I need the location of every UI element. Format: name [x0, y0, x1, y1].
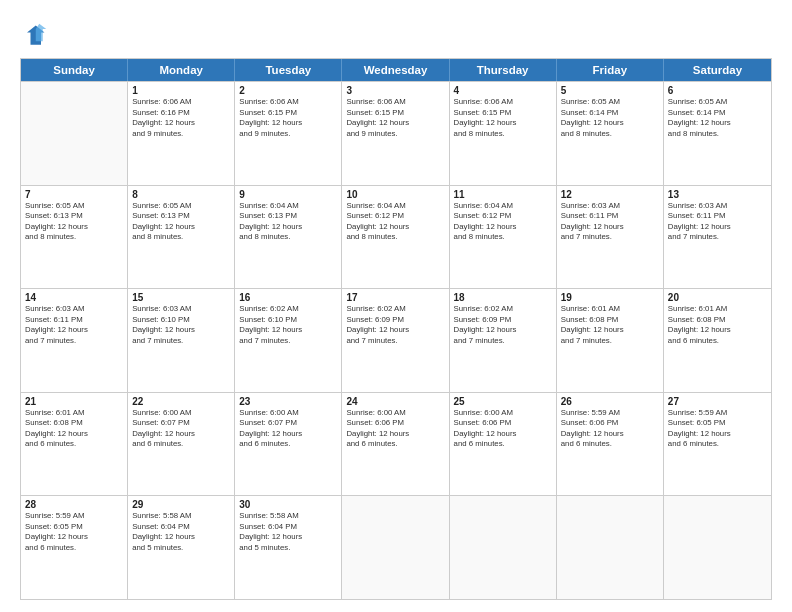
day-info: Sunrise: 6:03 AM Sunset: 6:10 PM Dayligh…: [132, 304, 230, 346]
calendar-header: SundayMondayTuesdayWednesdayThursdayFrid…: [21, 59, 771, 81]
cal-cell: 18Sunrise: 6:02 AM Sunset: 6:09 PM Dayli…: [450, 289, 557, 392]
day-number: 3: [346, 85, 444, 96]
cal-cell: 5Sunrise: 6:05 AM Sunset: 6:14 PM Daylig…: [557, 82, 664, 185]
cal-row: 7Sunrise: 6:05 AM Sunset: 6:13 PM Daylig…: [21, 185, 771, 289]
day-info: Sunrise: 6:05 AM Sunset: 6:14 PM Dayligh…: [668, 97, 767, 139]
cal-cell: [21, 82, 128, 185]
page: SundayMondayTuesdayWednesdayThursdayFrid…: [0, 0, 792, 612]
day-info: Sunrise: 6:01 AM Sunset: 6:08 PM Dayligh…: [25, 408, 123, 450]
day-number: 8: [132, 189, 230, 200]
cal-cell: 28Sunrise: 5:59 AM Sunset: 6:05 PM Dayli…: [21, 496, 128, 599]
day-number: 12: [561, 189, 659, 200]
cal-cell: 21Sunrise: 6:01 AM Sunset: 6:08 PM Dayli…: [21, 393, 128, 496]
day-info: Sunrise: 5:59 AM Sunset: 6:05 PM Dayligh…: [25, 511, 123, 553]
cal-cell: [557, 496, 664, 599]
cal-cell: 9Sunrise: 6:04 AM Sunset: 6:13 PM Daylig…: [235, 186, 342, 289]
cal-cell: 10Sunrise: 6:04 AM Sunset: 6:12 PM Dayli…: [342, 186, 449, 289]
cal-cell: 7Sunrise: 6:05 AM Sunset: 6:13 PM Daylig…: [21, 186, 128, 289]
cal-row: 14Sunrise: 6:03 AM Sunset: 6:11 PM Dayli…: [21, 288, 771, 392]
day-info: Sunrise: 6:06 AM Sunset: 6:16 PM Dayligh…: [132, 97, 230, 139]
day-number: 14: [25, 292, 123, 303]
cal-cell: 12Sunrise: 6:03 AM Sunset: 6:11 PM Dayli…: [557, 186, 664, 289]
day-info: Sunrise: 6:05 AM Sunset: 6:14 PM Dayligh…: [561, 97, 659, 139]
day-info: Sunrise: 6:02 AM Sunset: 6:09 PM Dayligh…: [454, 304, 552, 346]
day-info: Sunrise: 6:02 AM Sunset: 6:09 PM Dayligh…: [346, 304, 444, 346]
cal-cell: [342, 496, 449, 599]
day-number: 1: [132, 85, 230, 96]
cal-cell: 1Sunrise: 6:06 AM Sunset: 6:16 PM Daylig…: [128, 82, 235, 185]
day-number: 22: [132, 396, 230, 407]
day-info: Sunrise: 5:58 AM Sunset: 6:04 PM Dayligh…: [132, 511, 230, 553]
day-number: 28: [25, 499, 123, 510]
cal-cell: 20Sunrise: 6:01 AM Sunset: 6:08 PM Dayli…: [664, 289, 771, 392]
day-info: Sunrise: 6:06 AM Sunset: 6:15 PM Dayligh…: [346, 97, 444, 139]
cal-cell: 22Sunrise: 6:00 AM Sunset: 6:07 PM Dayli…: [128, 393, 235, 496]
logo: [20, 22, 52, 50]
cal-cell: 2Sunrise: 6:06 AM Sunset: 6:15 PM Daylig…: [235, 82, 342, 185]
day-number: 26: [561, 396, 659, 407]
cal-header-day: Saturday: [664, 59, 771, 81]
cal-cell: 11Sunrise: 6:04 AM Sunset: 6:12 PM Dayli…: [450, 186, 557, 289]
cal-cell: 29Sunrise: 5:58 AM Sunset: 6:04 PM Dayli…: [128, 496, 235, 599]
cal-cell: 3Sunrise: 6:06 AM Sunset: 6:15 PM Daylig…: [342, 82, 449, 185]
day-info: Sunrise: 6:01 AM Sunset: 6:08 PM Dayligh…: [561, 304, 659, 346]
cal-header-day: Friday: [557, 59, 664, 81]
day-number: 16: [239, 292, 337, 303]
day-info: Sunrise: 6:03 AM Sunset: 6:11 PM Dayligh…: [561, 201, 659, 243]
cal-cell: 4Sunrise: 6:06 AM Sunset: 6:15 PM Daylig…: [450, 82, 557, 185]
svg-marker-1: [36, 24, 47, 42]
day-number: 2: [239, 85, 337, 96]
calendar-body: 1Sunrise: 6:06 AM Sunset: 6:16 PM Daylig…: [21, 81, 771, 599]
cal-cell: [664, 496, 771, 599]
cal-cell: 19Sunrise: 6:01 AM Sunset: 6:08 PM Dayli…: [557, 289, 664, 392]
day-number: 9: [239, 189, 337, 200]
day-number: 25: [454, 396, 552, 407]
day-info: Sunrise: 6:03 AM Sunset: 6:11 PM Dayligh…: [668, 201, 767, 243]
day-number: 24: [346, 396, 444, 407]
day-number: 23: [239, 396, 337, 407]
cal-cell: 13Sunrise: 6:03 AM Sunset: 6:11 PM Dayli…: [664, 186, 771, 289]
day-info: Sunrise: 5:58 AM Sunset: 6:04 PM Dayligh…: [239, 511, 337, 553]
day-info: Sunrise: 5:59 AM Sunset: 6:06 PM Dayligh…: [561, 408, 659, 450]
logo-icon: [20, 22, 48, 50]
cal-cell: 27Sunrise: 5:59 AM Sunset: 6:05 PM Dayli…: [664, 393, 771, 496]
cal-cell: 8Sunrise: 6:05 AM Sunset: 6:13 PM Daylig…: [128, 186, 235, 289]
day-number: 30: [239, 499, 337, 510]
day-number: 20: [668, 292, 767, 303]
day-info: Sunrise: 6:03 AM Sunset: 6:11 PM Dayligh…: [25, 304, 123, 346]
day-info: Sunrise: 6:02 AM Sunset: 6:10 PM Dayligh…: [239, 304, 337, 346]
cal-cell: 15Sunrise: 6:03 AM Sunset: 6:10 PM Dayli…: [128, 289, 235, 392]
cal-header-day: Thursday: [450, 59, 557, 81]
day-info: Sunrise: 6:04 AM Sunset: 6:12 PM Dayligh…: [346, 201, 444, 243]
cal-cell: 6Sunrise: 6:05 AM Sunset: 6:14 PM Daylig…: [664, 82, 771, 185]
cal-cell: 25Sunrise: 6:00 AM Sunset: 6:06 PM Dayli…: [450, 393, 557, 496]
day-info: Sunrise: 6:05 AM Sunset: 6:13 PM Dayligh…: [132, 201, 230, 243]
day-number: 13: [668, 189, 767, 200]
day-info: Sunrise: 6:00 AM Sunset: 6:07 PM Dayligh…: [239, 408, 337, 450]
cal-cell: 16Sunrise: 6:02 AM Sunset: 6:10 PM Dayli…: [235, 289, 342, 392]
day-info: Sunrise: 6:00 AM Sunset: 6:07 PM Dayligh…: [132, 408, 230, 450]
cal-row: 1Sunrise: 6:06 AM Sunset: 6:16 PM Daylig…: [21, 81, 771, 185]
cal-cell: 23Sunrise: 6:00 AM Sunset: 6:07 PM Dayli…: [235, 393, 342, 496]
cal-row: 28Sunrise: 5:59 AM Sunset: 6:05 PM Dayli…: [21, 495, 771, 599]
day-number: 19: [561, 292, 659, 303]
day-info: Sunrise: 6:06 AM Sunset: 6:15 PM Dayligh…: [239, 97, 337, 139]
cal-header-day: Sunday: [21, 59, 128, 81]
cal-cell: 24Sunrise: 6:00 AM Sunset: 6:06 PM Dayli…: [342, 393, 449, 496]
cal-row: 21Sunrise: 6:01 AM Sunset: 6:08 PM Dayli…: [21, 392, 771, 496]
day-number: 6: [668, 85, 767, 96]
cal-header-day: Monday: [128, 59, 235, 81]
day-number: 29: [132, 499, 230, 510]
day-info: Sunrise: 6:00 AM Sunset: 6:06 PM Dayligh…: [454, 408, 552, 450]
day-number: 17: [346, 292, 444, 303]
cal-cell: 14Sunrise: 6:03 AM Sunset: 6:11 PM Dayli…: [21, 289, 128, 392]
day-info: Sunrise: 6:06 AM Sunset: 6:15 PM Dayligh…: [454, 97, 552, 139]
day-info: Sunrise: 6:04 AM Sunset: 6:12 PM Dayligh…: [454, 201, 552, 243]
day-info: Sunrise: 5:59 AM Sunset: 6:05 PM Dayligh…: [668, 408, 767, 450]
day-number: 11: [454, 189, 552, 200]
day-info: Sunrise: 6:04 AM Sunset: 6:13 PM Dayligh…: [239, 201, 337, 243]
day-number: 15: [132, 292, 230, 303]
day-number: 18: [454, 292, 552, 303]
day-info: Sunrise: 6:05 AM Sunset: 6:13 PM Dayligh…: [25, 201, 123, 243]
cal-cell: 30Sunrise: 5:58 AM Sunset: 6:04 PM Dayli…: [235, 496, 342, 599]
